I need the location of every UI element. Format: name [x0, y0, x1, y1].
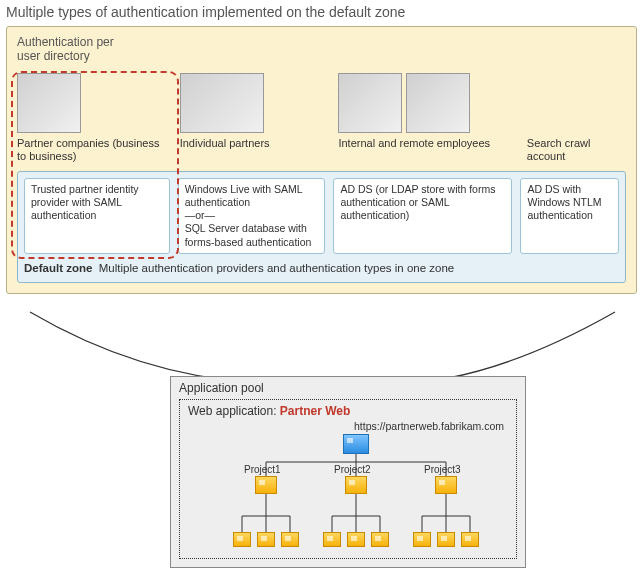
photo-placeholder [180, 73, 264, 133]
site-node-icon [255, 476, 277, 494]
site-leaf-icon [461, 532, 479, 547]
web-app-url-row: https://partnerweb.fabrikam.com [188, 420, 508, 434]
zone-name: Default zone [24, 262, 92, 274]
photo-placeholder [406, 73, 470, 133]
zone-label: Default zone Multiple authentication pro… [24, 262, 619, 274]
zone-description: Multiple authentication providers and au… [99, 262, 454, 274]
col-individual-partners: Individual partners [180, 67, 329, 165]
application-pool-box: Application pool Web application: Partne… [170, 376, 526, 568]
default-zone-box: Trusted partner identity provider with S… [17, 171, 626, 283]
photo-placeholder [338, 73, 402, 133]
label-individual-partners: Individual partners [180, 137, 329, 165]
web-app-label: Web application: [188, 404, 277, 418]
auth-provider-boxes: Trusted partner identity provider with S… [24, 178, 619, 254]
web-app-url: https://partnerweb.fabrikam.com [354, 420, 504, 432]
site-leaf-icon [413, 532, 431, 547]
site-root-icon [343, 434, 369, 454]
web-app-name: Partner Web [280, 404, 350, 418]
col-search-crawl: Search crawl account [527, 67, 626, 165]
web-application-box: Web application: Partner Web https://par… [179, 399, 517, 559]
auth-box-individual: Windows Live with SAML authentication —o… [178, 178, 326, 254]
site-leaf-icon [257, 532, 275, 547]
site-node-icon [435, 476, 457, 494]
web-app-title: Web application: Partner Web [188, 404, 508, 418]
site-leaf-icon [371, 532, 389, 547]
app-pool-label: Application pool [171, 377, 525, 397]
label-partner-companies: Partner companies (business to business) [17, 137, 170, 165]
image-building-people [17, 67, 170, 133]
site-leaf-icon [347, 532, 365, 547]
project-label-1: Project1 [244, 464, 281, 475]
photo-placeholder [17, 73, 81, 133]
site-leaf-icon [323, 532, 341, 547]
blank-spacer [527, 67, 626, 133]
site-leaf-icon [437, 532, 455, 547]
diagram-title: Multiple types of authentication impleme… [0, 0, 643, 26]
label-internal-remote: Internal and remote employees [338, 137, 516, 165]
project-label-2: Project2 [334, 464, 371, 475]
user-directory-columns: Partner companies (business to business)… [17, 67, 626, 165]
auth-box-partner: Trusted partner identity provider with S… [24, 178, 170, 254]
site-leaf-icon [233, 532, 251, 547]
site-leaf-icon [281, 532, 299, 547]
site-node-icon [345, 476, 367, 494]
col-partner-companies: Partner companies (business to business) [17, 67, 170, 165]
col-internal-remote: Internal and remote employees [338, 67, 516, 165]
auth-box-internal: AD DS (or LDAP store with forms authenti… [333, 178, 512, 254]
auth-box-search: AD DS with Windows NTLM authentication [520, 178, 619, 254]
authentication-panel: Authentication per user directory Partne… [6, 26, 637, 294]
image-group [180, 67, 329, 133]
image-employees [338, 67, 516, 133]
project-label-3: Project3 [424, 464, 461, 475]
site-tree: Project1 Project2 Project3 [188, 434, 508, 556]
label-search-crawl: Search crawl account [527, 137, 626, 165]
auth-per-directory-label: Authentication per user directory [17, 35, 626, 63]
